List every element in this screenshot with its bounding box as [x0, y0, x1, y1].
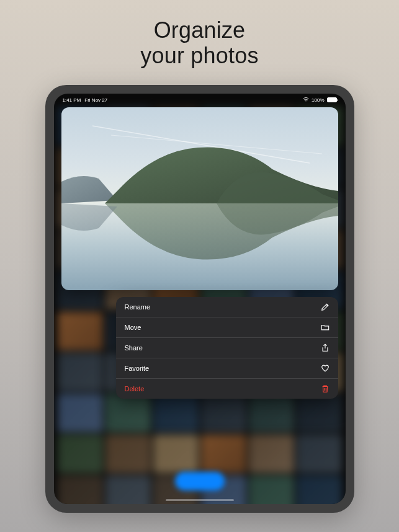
- tablet-screen: 1:41 PM Fri Nov 27 100%: [54, 94, 346, 504]
- share-icon: [321, 344, 330, 352]
- menu-label-share: Share: [125, 344, 143, 352]
- context-menu: Rename Move Share Favorite: [116, 297, 338, 399]
- tablet-frame: 1:41 PM Fri Nov 27 100%: [45, 85, 354, 513]
- status-date: Fri Nov 27: [84, 97, 107, 103]
- battery-percent: 100%: [312, 97, 324, 103]
- status-time: 1:41 PM: [63, 97, 81, 103]
- marketing-headline: Organize your photos: [140, 17, 258, 69]
- menu-item-delete[interactable]: Delete: [116, 379, 338, 399]
- menu-label-delete: Delete: [125, 385, 145, 392]
- menu-item-favorite[interactable]: Favorite: [116, 358, 338, 379]
- menu-item-move[interactable]: Move: [116, 317, 338, 338]
- bottom-action-button[interactable]: [175, 472, 225, 490]
- heart-icon: [321, 364, 330, 373]
- home-indicator[interactable]: [166, 499, 234, 501]
- menu-label-favorite: Favorite: [125, 365, 150, 372]
- pencil-icon: [321, 303, 330, 311]
- trash-icon: [321, 384, 330, 393]
- folder-icon: [321, 323, 330, 332]
- menu-label-rename: Rename: [125, 303, 151, 311]
- menu-label-move: Move: [125, 324, 141, 331]
- svg-point-0: [305, 100, 306, 101]
- headline-line2: your photos: [140, 43, 258, 68]
- battery-icon: [327, 97, 337, 102]
- menu-item-share[interactable]: Share: [116, 338, 338, 358]
- photo-preview[interactable]: [61, 107, 338, 290]
- menu-item-rename[interactable]: Rename: [116, 297, 338, 317]
- wifi-icon: [303, 97, 309, 103]
- status-bar: 1:41 PM Fri Nov 27 100%: [54, 94, 346, 105]
- headline-line1: Organize: [140, 17, 258, 43]
